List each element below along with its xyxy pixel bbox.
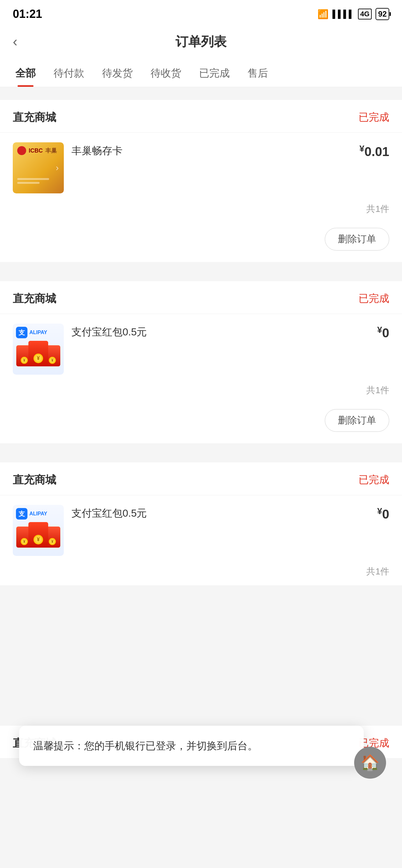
price-area-2: ¥0 — [377, 323, 389, 340]
price-symbol-2: ¥ — [377, 325, 382, 335]
order-header-1: 直充商城 已完成 — [0, 100, 402, 133]
product-name-3: 支付宝红包0.5元 — [71, 506, 369, 521]
product-name-1: 丰巢畅存卡 — [71, 144, 352, 158]
product-info-3: 支付宝红包0.5元 — [71, 505, 369, 521]
signal-icon: ▌▌▌▌ — [333, 9, 354, 19]
item-count-1: 共1件 — [366, 204, 389, 214]
product-row-1: ICBC 丰巢 › 丰巢畅存卡 ¥0.01 — [0, 133, 402, 200]
product-info-2: 支付宝红包0.5元 — [71, 323, 369, 339]
product-image-1: ICBC 丰巢 › — [13, 142, 64, 193]
icbc-card-lines — [17, 178, 49, 186]
shop-name-2: 直充商城 — [13, 291, 56, 306]
header: ‹ 订单列表 — [0, 26, 402, 57]
delete-order-button-1[interactable]: 删除订单 — [325, 228, 389, 250]
product-image-2: 支 ALIPAY ¥ ¥ ¥ — [13, 323, 64, 375]
product-info-1: 丰巢畅存卡 — [71, 142, 352, 158]
status-bar: 01:21 📶 ▌▌▌▌ 4G 92 — [0, 0, 402, 26]
toast-notification: 温馨提示：您的手机银行已登录，并切换到后台。 — [19, 726, 364, 766]
price-area-1: ¥0.01 — [360, 142, 389, 159]
tab-completed[interactable]: 已完成 — [190, 57, 239, 87]
product-price-3: ¥0 — [377, 506, 389, 521]
tab-aftersale[interactable]: 售后 — [239, 57, 277, 87]
section-gap-2 — [0, 450, 402, 456]
alipay-badge-3: 支 ALIPAY — [16, 508, 47, 520]
wifi-icon: 📶 — [317, 9, 329, 20]
product-row-2: 支 ALIPAY ¥ ¥ ¥ 支付宝红包0.5元 — [0, 314, 402, 381]
coin-left-2: ¥ — [21, 357, 28, 364]
envelope-main-2: ¥ — [28, 341, 48, 366]
item-count-3: 共1件 — [366, 566, 389, 576]
alipay-badge-2: 支 ALIPAY — [16, 327, 47, 338]
icbc-arrow: › — [56, 163, 59, 173]
coin-main-2: ¥ — [33, 353, 43, 363]
order-actions-1: 删除订单 — [0, 223, 402, 262]
order-footer-1: 共1件 — [0, 200, 402, 223]
icbc-line-1 — [17, 178, 49, 180]
section-gap-3 — [0, 592, 402, 719]
order-footer-2: 共1件 — [0, 381, 402, 404]
product-row-3: 支 ALIPAY ¥ ¥ ¥ 支付宝红包0.5元 — [0, 495, 402, 562]
envelope-main-3: ¥ — [28, 522, 48, 548]
alipay-icon-3: 支 — [16, 508, 27, 520]
tab-pending-receive[interactable]: 待收货 — [142, 57, 190, 87]
order-card-3: 直充商城 已完成 支 ALIPAY ¥ ¥ ¥ — [0, 462, 402, 585]
page-title: 订单列表 — [176, 33, 226, 51]
status-icons: 📶 ▌▌▌▌ 4G 92 — [317, 8, 389, 20]
alipay-envelope-image-3: 支 ALIPAY ¥ ¥ ¥ — [13, 505, 64, 556]
order-status-1: 已完成 — [359, 111, 389, 124]
red-envelopes-group-2: ¥ ¥ ¥ — [18, 341, 59, 366]
network-icon: 4G — [358, 9, 372, 20]
status-time: 01:21 — [13, 7, 42, 21]
price-symbol-1: ¥ — [360, 144, 365, 154]
icbc-red-circle — [17, 146, 26, 155]
tab-pending-payment[interactable]: 待付款 — [45, 57, 93, 87]
toast-text: 温馨提示：您的手机银行已登录，并切换到后台。 — [33, 740, 258, 751]
shop-name-3: 直充商城 — [13, 473, 56, 487]
order-header-3: 直充商城 已完成 — [0, 462, 402, 495]
coin-right-3: ¥ — [49, 538, 56, 545]
battery-indicator: 92 — [375, 8, 389, 20]
section-gap-top — [0, 87, 402, 93]
tab-pending-ship[interactable]: 待发货 — [93, 57, 142, 87]
order-card-2: 直充商城 已完成 支 ALIPAY ¥ ¥ ¥ — [0, 281, 402, 443]
icbc-sub-text: 丰巢 — [45, 147, 57, 154]
alipay-envelope-image-2: 支 ALIPAY ¥ ¥ ¥ — [13, 323, 64, 375]
home-icon: 🏠 — [361, 754, 380, 772]
back-button[interactable]: ‹ — [13, 33, 18, 50]
delete-order-button-2[interactable]: 删除订单 — [325, 409, 389, 432]
order-header-2: 直充商城 已完成 — [0, 281, 402, 314]
order-status-2: 已完成 — [359, 292, 389, 306]
icbc-logo-row: ICBC 丰巢 — [17, 146, 57, 155]
coin-right-2: ¥ — [49, 357, 56, 364]
order-footer-3: 共1件 — [0, 562, 402, 585]
icbc-logo-text: ICBC — [29, 148, 43, 154]
shop-name-1: 直充商城 — [13, 110, 56, 125]
tab-all[interactable]: 全部 — [6, 57, 45, 87]
order-actions-2: 删除订单 — [0, 404, 402, 443]
order-status-3: 已完成 — [359, 473, 389, 487]
price-area-3: ¥0 — [377, 505, 389, 521]
red-envelopes-group-3: ¥ ¥ ¥ — [18, 522, 59, 548]
coin-main-3: ¥ — [33, 535, 43, 545]
order-card-1: 直充商城 已完成 ICBC 丰巢 › 丰巢畅存卡 ¥ — [0, 100, 402, 262]
price-symbol-3: ¥ — [377, 506, 382, 516]
icbc-card-image: ICBC 丰巢 › — [13, 142, 64, 193]
alipay-text-3: ALIPAY — [29, 511, 47, 517]
battery-level: 92 — [378, 9, 387, 19]
product-name-2: 支付宝红包0.5元 — [71, 325, 369, 339]
product-image-3: 支 ALIPAY ¥ ¥ ¥ — [13, 505, 64, 556]
item-count-2: 共1件 — [366, 385, 389, 395]
alipay-icon-2: 支 — [16, 327, 27, 338]
alipay-text-2: ALIPAY — [29, 330, 47, 335]
icbc-line-2 — [17, 182, 39, 184]
coin-left-3: ¥ — [21, 538, 28, 545]
tabs-bar: 全部 待付款 待发货 待收货 已完成 售后 — [0, 57, 402, 87]
product-price-2: ¥0 — [377, 324, 389, 340]
toast-home-icon[interactable]: 🏠 — [354, 747, 386, 779]
section-gap-1 — [0, 268, 402, 275]
product-price-1: ¥0.01 — [360, 143, 389, 159]
